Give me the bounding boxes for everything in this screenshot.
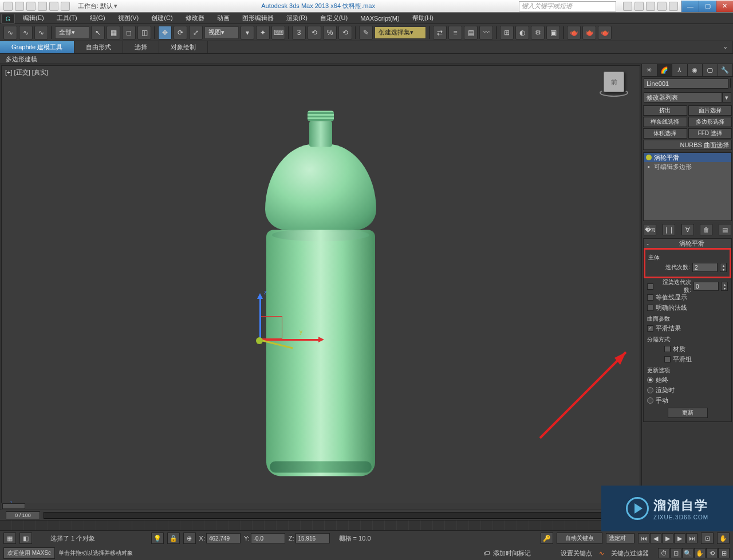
update-button[interactable]: 更新 — [668, 408, 708, 418]
maximize-button[interactable]: ▢ — [699, 1, 716, 12]
play-icon[interactable]: ▶ — [662, 533, 673, 543]
goto-start-icon[interactable]: ⏮ — [638, 533, 649, 543]
favorite-icon[interactable] — [657, 2, 667, 11]
modifier-stack[interactable]: 涡轮平滑 ▪ 可编辑多边形 — [643, 152, 732, 221]
menu-edit[interactable]: 编辑(E) — [17, 13, 50, 23]
lock-icon[interactable]: 🔒 — [167, 533, 180, 544]
time-config-icon[interactable]: ⏱ — [658, 548, 669, 558]
collapse-icon[interactable]: - — [644, 240, 652, 247]
new-icon[interactable] — [3, 2, 13, 11]
scale-tool-icon[interactable]: ⤢ — [189, 26, 203, 40]
preset-patchselect[interactable]: 面片选择 — [688, 105, 732, 116]
render-iters-checkbox[interactable] — [647, 283, 653, 290]
manipulate-icon[interactable]: ✦ — [256, 26, 270, 40]
stack-item-turbosmooth[interactable]: 涡轮平滑 — [644, 153, 731, 162]
bind-tool-icon[interactable]: ∿ — [34, 26, 48, 40]
update-always-radio[interactable]: 始终 — [647, 374, 728, 385]
explicit-normals-checkbox[interactable] — [647, 305, 653, 311]
render-frame-icon[interactable]: ▣ — [546, 26, 560, 40]
isoline-checkbox[interactable] — [647, 294, 653, 301]
update-manual-radio[interactable]: 手动 — [647, 395, 728, 405]
add-time-tag[interactable]: 添加时间标记 — [493, 549, 531, 558]
minimize-button[interactable]: — — [681, 1, 699, 12]
bulb-icon[interactable] — [646, 155, 652, 160]
ribbon-tab-graphite[interactable]: Graphite 建模工具 — [0, 41, 74, 53]
pivot-center-icon[interactable]: ▾ — [241, 26, 254, 40]
pin-stack-icon[interactable]: �π — [644, 224, 656, 235]
maximize-viewport-icon[interactable]: ⊞ — [718, 548, 730, 558]
time-tag-icon[interactable]: 🏷 — [483, 550, 490, 557]
isolate-icon[interactable]: ⊡ — [701, 533, 714, 544]
stack-item-editablepoly[interactable]: ▪ 可编辑多边形 — [644, 162, 731, 171]
select-name-icon[interactable]: ▦ — [107, 26, 120, 40]
preset-splineselect[interactable]: 样条线选择 — [643, 117, 687, 127]
update-render-radio[interactable]: 渲染时 — [647, 385, 728, 395]
select-region-icon[interactable]: ◻ — [122, 26, 136, 40]
align-icon[interactable]: ≡ — [448, 26, 462, 40]
setkey-button[interactable]: 设置关键点 — [561, 549, 592, 558]
make-unique-icon[interactable]: ∀ — [681, 224, 694, 235]
material-checkbox-row[interactable]: 材质 — [647, 344, 728, 354]
viewport-label[interactable]: [+] [正交] [真实] — [5, 68, 48, 77]
configure-sets-icon[interactable]: ▤ — [719, 224, 731, 235]
keyfilter[interactable]: 关键点过滤器 — [611, 549, 649, 558]
redo-icon[interactable] — [49, 2, 58, 11]
undo-icon[interactable] — [38, 2, 47, 11]
welcome-label[interactable]: 欢迎使用 MAXSc — [3, 547, 55, 559]
smooth-result-row[interactable]: ✓ 平滑结果 — [647, 323, 728, 333]
menu-views[interactable]: 视图(V) — [112, 13, 145, 23]
keyboard-shortcut-icon[interactable]: ⌨ — [271, 26, 285, 40]
search-icon[interactable] — [623, 2, 632, 11]
object-color-swatch[interactable] — [730, 78, 731, 88]
orbit-icon[interactable]: ⟲ — [706, 548, 718, 558]
frame-indicator[interactable]: 0 / 100 — [6, 511, 40, 519]
ribbon-panel-label[interactable]: 多边形建模 — [0, 54, 733, 64]
ref-coord-dropdown[interactable]: 视图 ▾ — [204, 26, 239, 39]
exchange-icon[interactable] — [646, 2, 655, 11]
menu-customize[interactable]: 自定义(U) — [314, 13, 353, 23]
iterations-input[interactable]: 2 — [692, 263, 718, 272]
smoothgroup-checkbox-row[interactable]: 平滑组 — [647, 354, 728, 364]
ribbon-tab-freeform[interactable]: 自由形式 — [74, 41, 123, 53]
percent-snap-icon[interactable]: % — [323, 26, 337, 40]
menu-grapheditors[interactable]: 图形编辑器 — [237, 13, 279, 23]
open-icon[interactable] — [15, 2, 24, 11]
smooth-result-checkbox[interactable]: ✓ — [647, 325, 653, 332]
iterations-spinner[interactable]: ▴▾ — [720, 263, 727, 272]
move-tool-icon[interactable]: ✥ — [158, 26, 172, 40]
ribbon-tab-selection[interactable]: 选择 — [123, 41, 159, 53]
key-icon[interactable] — [635, 2, 644, 11]
viewcube-ring-icon[interactable] — [600, 89, 628, 97]
mirror-icon[interactable]: ⇄ — [433, 26, 447, 40]
render-iters-spinner[interactable]: ▴▾ — [721, 282, 728, 291]
show-end-result-icon[interactable]: ❘❘ — [663, 224, 675, 235]
object-name-input[interactable] — [644, 78, 728, 89]
window-crossing-icon[interactable]: ◫ — [137, 26, 151, 40]
maxscript-mini-icon[interactable]: ▦ — [3, 533, 16, 544]
spinner-snap-icon[interactable]: ⟲ — [338, 26, 352, 40]
menu-help[interactable]: 帮助(H) — [407, 13, 439, 23]
selection-filter-dropdown[interactable]: 全部 ▾ — [55, 26, 89, 39]
selected-filter[interactable]: 选定对 — [606, 533, 635, 543]
curve-editor-icon[interactable]: 〰 — [479, 26, 493, 40]
pan-icon[interactable]: ✋ — [694, 548, 706, 558]
remove-modifier-icon[interactable]: 🗑 — [700, 224, 712, 235]
ribbon-tab-objectpaint[interactable]: 对象绘制 — [159, 41, 208, 53]
material-checkbox[interactable] — [664, 346, 671, 352]
modify-tab-icon[interactable]: 🌈 — [657, 64, 673, 76]
menu-animation[interactable]: 动画 — [211, 13, 235, 23]
named-selection-dropdown[interactable]: 创建选择集 ▾ — [375, 26, 426, 39]
menu-create[interactable]: 创建(C) — [145, 13, 178, 23]
motion-tab-icon[interactable]: ◉ — [688, 64, 703, 76]
preset-ffdselect[interactable]: FFD 选择 — [688, 128, 732, 139]
model-bottle[interactable] — [255, 98, 387, 487]
utilities-tab-icon[interactable]: 🔧 — [718, 64, 734, 76]
viewcube[interactable]: 前 — [600, 72, 628, 100]
save-icon[interactable] — [26, 2, 36, 11]
smoothgroup-checkbox[interactable] — [664, 356, 671, 362]
hierarchy-tab-icon[interactable]: ⅄ — [672, 64, 688, 76]
key-mode-icon[interactable]: 🔑 — [541, 533, 553, 544]
app-menu-icon[interactable]: G — [1, 14, 15, 24]
x-coord-input[interactable]: 462.749 — [206, 533, 241, 543]
menu-tools[interactable]: 工具(T) — [51, 13, 83, 23]
